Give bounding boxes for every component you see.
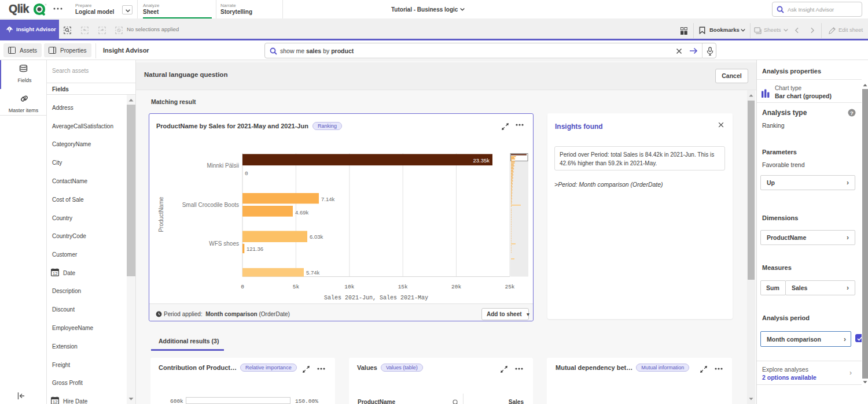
svg-text:12: 12 <box>53 271 57 276</box>
svg-text:121.36: 121.36 <box>247 246 263 252</box>
svg-text:0: 0 <box>241 284 244 290</box>
svg-text:ProductName: ProductName <box>158 197 164 232</box>
svg-text:10k: 10k <box>344 284 354 290</box>
svg-text:4.69k: 4.69k <box>295 209 308 216</box>
svg-text:0: 0 <box>245 171 248 177</box>
svg-text:Small Crocodile Boots: Small Crocodile Boots <box>182 202 239 208</box>
svg-text:20k: 20k <box>451 284 461 290</box>
svg-text:?: ? <box>850 110 854 116</box>
svg-text:Sales 2021-Jun, Sales 2021-May: Sales 2021-Jun, Sales 2021-May <box>324 295 428 301</box>
svg-text:6.03k: 6.03k <box>310 233 323 240</box>
svg-text:23.35k: 23.35k <box>473 157 490 164</box>
svg-text:WFS shoes: WFS shoes <box>209 240 239 247</box>
svg-text:Minnki Pälsii: Minnki Pälsii <box>207 162 239 169</box>
svg-text:5.74k: 5.74k <box>306 269 319 276</box>
svg-text:25k: 25k <box>505 284 514 290</box>
svg-text:7.14k: 7.14k <box>321 196 334 202</box>
svg-text:15k: 15k <box>398 284 408 290</box>
svg-text:12: 12 <box>53 399 57 404</box>
svg-text:Qlik: Qlik <box>9 3 30 15</box>
svg-text:5k: 5k <box>293 284 300 290</box>
